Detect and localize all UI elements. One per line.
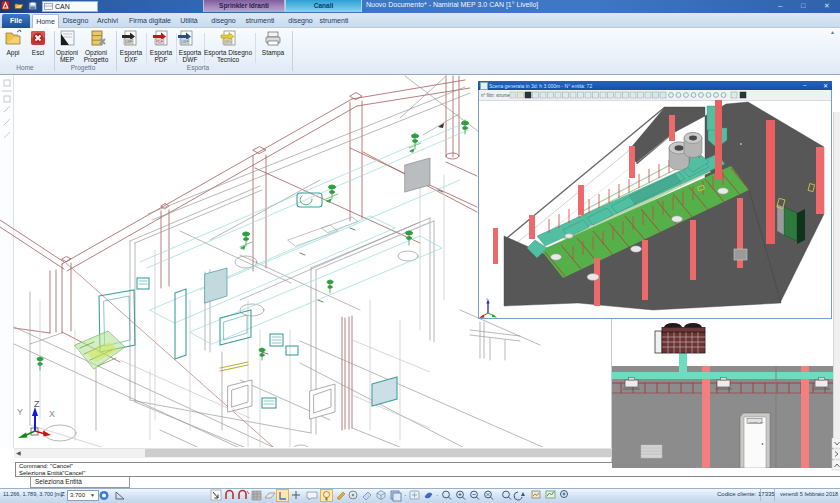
svg-text:n° filtri: strumenti: n° filtri: strumenti (481, 93, 515, 98)
svg-text:·: · (404, 491, 407, 500)
svg-text:Centrale_RK: Centrale_RK (749, 421, 764, 424)
svg-text:X: X (49, 409, 55, 419)
svg-text:·: · (436, 491, 439, 500)
svg-text:Y: Y (17, 407, 23, 417)
